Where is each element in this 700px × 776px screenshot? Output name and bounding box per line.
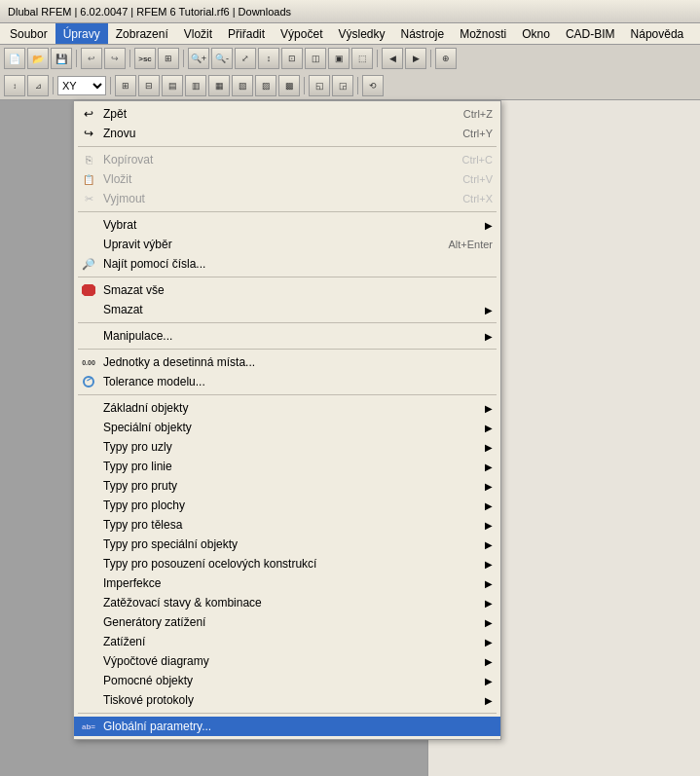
tb-zoom2[interactable]: 🔍-	[211, 48, 233, 69]
tb-zoom1[interactable]: 🔍+	[188, 48, 209, 69]
tiskove-arrow: ▶	[485, 695, 493, 706]
menu-row-specialni[interactable]: Speciální objekty ▶	[74, 418, 500, 437]
tb-zoom4[interactable]: ↕	[258, 48, 279, 69]
vyjmout-shortcut: Ctrl+X	[462, 193, 493, 204]
menu-okno[interactable]: Okno	[514, 23, 558, 44]
units-icon: 0.00	[80, 354, 97, 370]
menu-row-tolerance[interactable]: Tolerance modelu...	[74, 372, 500, 391]
imperfekce-arrow: ▶	[485, 578, 493, 589]
menu-row-pomocne[interactable]: Pomocné objekty ▶	[74, 671, 500, 690]
menu-vlozit[interactable]: Vložit	[176, 23, 220, 44]
menu-row-typy-uzly[interactable]: Typy pro uzly ▶	[74, 437, 500, 457]
menu-row-typy-specialni[interactable]: Typy pro speciální objekty ▶	[74, 535, 500, 554]
tolerance-label: Tolerance modelu...	[103, 375, 493, 388]
tb-extra1[interactable]: ⊕	[435, 48, 457, 69]
tb2-combo[interactable]: XY	[57, 76, 106, 95]
copy-icon: ⎘	[80, 152, 97, 167]
menu-row-vybrat[interactable]: Vybrat ▶	[74, 215, 500, 235]
menu-row-tiskove[interactable]: Tiskové protokoly ▶	[74, 690, 500, 710]
menu-row-imperfekce[interactable]: Imperfekce ▶	[74, 573, 500, 593]
zakladni-arrow: ▶	[485, 403, 493, 414]
tb2-view4[interactable]: ▥	[185, 75, 206, 96]
menu-vypocet[interactable]: Výpočet	[273, 23, 330, 44]
menu-soubor[interactable]: Soubor	[2, 23, 55, 44]
tb2-btn2[interactable]: ⊿	[27, 75, 49, 96]
menu-row-kopirovat[interactable]: ⎘ Kopírovat Ctrl+C	[74, 150, 500, 169]
redo-icon	[80, 126, 97, 141]
tb-open[interactable]: 📂	[27, 48, 49, 69]
find-icon: 🔎	[80, 256, 97, 272]
tb2-btn1[interactable]: ↕	[4, 75, 25, 96]
menu-row-vyjmout[interactable]: ✂ Vyjmout Ctrl+X	[74, 189, 500, 208]
tb2-view2[interactable]: ⊟	[138, 75, 160, 96]
menu-row-najit[interactable]: 🔎 Najít pomocí čísla...	[74, 254, 500, 274]
menu-row-smazat[interactable]: Smazat ▶	[74, 300, 500, 319]
menu-row-typy-pruty[interactable]: Typy pro pruty ▶	[74, 476, 500, 496]
menu-nastroje[interactable]: Nástroje	[393, 23, 453, 44]
tb2-extra[interactable]: ⟲	[362, 75, 384, 96]
menu-row-smazat-vse[interactable]: Smazat vše	[74, 280, 500, 300]
tb-save[interactable]: 💾	[51, 48, 72, 69]
kopirovat-shortcut: Ctrl+C	[462, 154, 493, 166]
tb-left[interactable]: ◀	[382, 48, 403, 69]
vypoctove-icon	[80, 653, 97, 669]
tb2-view5[interactable]: ▦	[208, 75, 230, 96]
tb-new[interactable]: 📄	[4, 48, 25, 69]
menu-row-typy-posouzeni[interactable]: Typy pro posouzení ocelových konstrukcí …	[74, 554, 500, 573]
menu-row-typy-telesa[interactable]: Typy pro tělesa ▶	[74, 515, 500, 535]
typy-posouzeni-icon	[80, 556, 97, 572]
tb-btn3[interactable]: >sc	[134, 48, 156, 69]
tb2-view9[interactable]: ◱	[309, 75, 330, 96]
menu-priradit[interactable]: Přiřadit	[220, 23, 273, 44]
zpet-shortcut: Ctrl+Z	[463, 108, 493, 120]
tb-redo[interactable]: ↪	[104, 48, 126, 69]
sep-3	[78, 277, 497, 277]
delete-all-icon	[80, 282, 97, 298]
menu-row-typy-linie[interactable]: Typy pro linie ▶	[74, 457, 500, 476]
tb2-view7[interactable]: ▨	[255, 75, 276, 96]
menu-row-jednotky[interactable]: 0.00 Jednotky a desetinná místa...	[74, 352, 500, 372]
menu-row-globalni[interactable]: ab= Globální parametry...	[74, 717, 500, 736]
tb-btn4[interactable]: ⊞	[158, 48, 179, 69]
menu-row-znovu[interactable]: Znovu Ctrl+Y	[74, 124, 500, 143]
cut-icon: ✂	[80, 191, 97, 206]
menu-cadbim[interactable]: CAD-BIM	[558, 23, 623, 44]
tb2-view10[interactable]: ◲	[332, 75, 353, 96]
menu-row-vlozit[interactable]: 📋 Vložit Ctrl+V	[74, 169, 500, 189]
menu-row-zakladni[interactable]: Základní objekty ▶	[74, 398, 500, 418]
menu-zobrazeni[interactable]: Zobrazení	[108, 23, 176, 44]
smazat-label: Smazat	[103, 303, 477, 316]
tb2-view6[interactable]: ▧	[232, 75, 253, 96]
tb-zoom3[interactable]: ⤢	[235, 48, 256, 69]
typy-uzly-icon	[80, 439, 97, 455]
menu-vysledky[interactable]: Výsledky	[330, 23, 392, 44]
tb2-view8[interactable]: ▩	[278, 75, 300, 96]
tb2-view3[interactable]: ▤	[162, 75, 183, 96]
tb-view2[interactable]: ◫	[305, 48, 326, 69]
typy-plochy-label: Typy pro plochy	[103, 499, 477, 512]
menu-row-zatezovaci[interactable]: Zatěžovací stavy & kombinace ▶	[74, 593, 500, 612]
generatory-arrow: ▶	[485, 617, 493, 628]
tb-undo[interactable]: ↩	[81, 48, 102, 69]
tb-view3[interactable]: ▣	[328, 48, 350, 69]
menu-row-generatory[interactable]: Generátory zatížení ▶	[74, 612, 500, 632]
menu-moznosti[interactable]: Možnosti	[452, 23, 514, 44]
vlozit-shortcut: Ctrl+V	[462, 173, 493, 185]
menu-row-vypoctove[interactable]: Výpočtové diagramy ▶	[74, 651, 500, 671]
typy-pruty-icon	[80, 478, 97, 494]
menu-upravy[interactable]: Úpravy	[55, 23, 108, 44]
menu-row-zpet[interactable]: Zpět Ctrl+Z	[74, 104, 500, 124]
typy-uzly-arrow: ▶	[485, 442, 493, 453]
zpet-label: Zpět	[103, 107, 444, 121]
zatizeni-icon	[80, 634, 97, 649]
tb-right[interactable]: ▶	[405, 48, 426, 69]
menu-row-manipulace[interactable]: Manipulace... ▶	[74, 326, 500, 346]
tb2-view1[interactable]: ⊞	[115, 75, 136, 96]
menu-row-upravit[interactable]: Upravit výběr Alt+Enter	[74, 235, 500, 254]
typy-linie-icon	[80, 459, 97, 474]
menu-napoveda[interactable]: Nápověda	[623, 23, 692, 44]
tb-view1[interactable]: ⊡	[281, 48, 303, 69]
menu-row-zatizeni[interactable]: Zatížení ▶	[74, 632, 500, 651]
tb-view4[interactable]: ⬚	[351, 48, 373, 69]
menu-row-typy-plochy[interactable]: Typy pro plochy ▶	[74, 496, 500, 515]
